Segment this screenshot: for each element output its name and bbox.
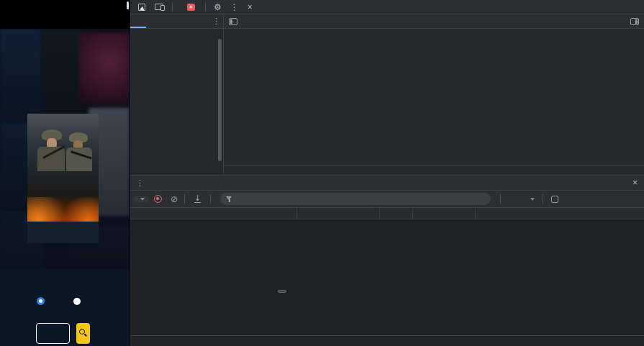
page-pane-tab[interactable] bbox=[130, 14, 146, 28]
search-button[interactable] bbox=[76, 323, 90, 344]
divider bbox=[172, 2, 173, 12]
divider bbox=[543, 194, 543, 204]
toggle-sidebar-icon[interactable] bbox=[229, 18, 237, 25]
toggle-right-panel-icon[interactable] bbox=[630, 18, 639, 25]
record-coverage-button[interactable] bbox=[154, 195, 162, 203]
tree-scrollbar[interactable] bbox=[218, 39, 222, 161]
chevron-down-icon bbox=[530, 198, 535, 201]
inspect-element-icon[interactable] bbox=[138, 4, 145, 11]
close-devtools-icon[interactable]: × bbox=[243, 2, 257, 12]
coverage-toolbar: ⊘ ↓ bbox=[130, 191, 644, 208]
settings-gear-icon[interactable]: ⚙ bbox=[209, 2, 226, 12]
drawer: ⋮ × ⊘ ↓ bbox=[130, 175, 644, 346]
page-scrollbar[interactable] bbox=[127, 1, 129, 9]
filter-by-url-input[interactable] bbox=[237, 195, 485, 204]
column-header-type[interactable] bbox=[297, 208, 380, 219]
url-filter bbox=[220, 193, 491, 205]
file-tree-pane bbox=[130, 29, 224, 175]
content-scripts-option bbox=[547, 196, 567, 203]
close-drawer-icon[interactable]: × bbox=[626, 178, 644, 188]
poster-art bbox=[37, 147, 65, 171]
coverage-status-bar bbox=[130, 335, 644, 346]
search-icon bbox=[79, 329, 85, 334]
issues-badge[interactable]: ✕ bbox=[187, 4, 198, 11]
error-icon: ✕ bbox=[187, 4, 195, 11]
chevron-down-icon bbox=[140, 198, 145, 201]
more-options-icon[interactable]: ⋮ bbox=[226, 2, 243, 12]
coverage-table-header bbox=[130, 208, 644, 219]
sources-header-row: ⋮ bbox=[130, 14, 644, 29]
poster-art bbox=[66, 147, 92, 171]
poster-art-fire bbox=[27, 197, 99, 222]
movie-poster[interactable] bbox=[27, 114, 99, 222]
divider bbox=[184, 194, 185, 204]
device-toolbar-icon[interactable] bbox=[155, 4, 163, 10]
divider bbox=[500, 194, 501, 204]
editor-tabs bbox=[242, 14, 625, 28]
column-header-total-bytes[interactable] bbox=[380, 208, 413, 219]
column-header-url[interactable] bbox=[130, 208, 297, 219]
movies-radio[interactable] bbox=[37, 297, 45, 305]
column-header-unused-bytes[interactable] bbox=[413, 208, 476, 219]
filter-icon bbox=[226, 196, 232, 202]
type-filter-select[interactable] bbox=[504, 198, 539, 201]
code-editor-pane bbox=[224, 29, 644, 175]
tv-shows-radio[interactable] bbox=[73, 298, 81, 305]
clear-coverage-icon[interactable]: ⊘ bbox=[171, 194, 178, 204]
divider bbox=[210, 194, 211, 204]
divider bbox=[205, 2, 206, 12]
editor-status-bar bbox=[224, 165, 644, 175]
drawer-more-icon[interactable]: ⋮ bbox=[130, 178, 150, 188]
sources-pane-header: ⋮ bbox=[130, 14, 224, 28]
rating-badge bbox=[27, 222, 99, 243]
drawer-tabs: ⋮ × bbox=[130, 176, 644, 191]
sources-body bbox=[130, 29, 644, 175]
url-tooltip bbox=[278, 290, 286, 293]
coverage-rows bbox=[130, 219, 644, 335]
site-header bbox=[0, 0, 130, 29]
site-filter-section bbox=[0, 270, 130, 346]
search-input[interactable] bbox=[36, 323, 70, 344]
pane-more-icon[interactable]: ⋮ bbox=[212, 17, 223, 26]
hero-section bbox=[0, 29, 130, 270]
code-editor[interactable] bbox=[224, 29, 644, 165]
coverage-mode-select[interactable] bbox=[134, 196, 148, 202]
devtools-window: ✕ ⚙ ⋮ × ⋮ ⋮ bbox=[130, 0, 644, 346]
export-coverage-icon[interactable]: ↓ bbox=[194, 195, 201, 203]
devtools-top-bar: ✕ ⚙ ⋮ × bbox=[130, 0, 644, 14]
site-preview bbox=[0, 0, 130, 346]
content-scripts-checkbox[interactable] bbox=[551, 196, 558, 203]
column-header-usage[interactable] bbox=[476, 208, 644, 219]
